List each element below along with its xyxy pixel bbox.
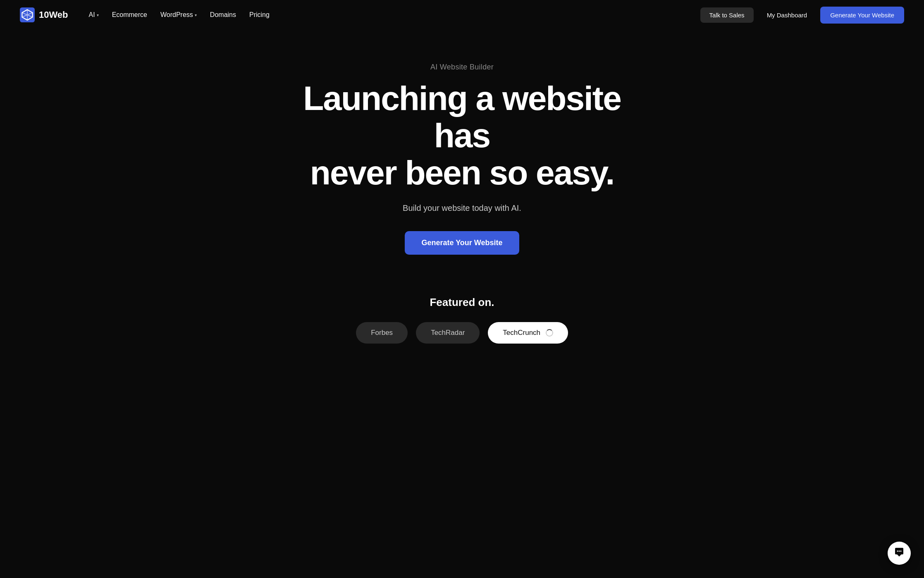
- hero-section: AI Website Builder Launching a website h…: [0, 30, 924, 279]
- logo-icon: [20, 7, 35, 22]
- featured-forbes[interactable]: Forbes: [356, 322, 408, 344]
- nav-item-pricing[interactable]: Pricing: [244, 8, 275, 22]
- chat-icon: [894, 547, 904, 559]
- svg-point-3: [900, 551, 902, 552]
- hero-title: Launching a website has never been so ea…: [276, 80, 648, 192]
- hero-title-line2: never been so easy.: [310, 154, 614, 191]
- nav-links: AI ▾ Ecommerce WordPress ▾ Domains Prici…: [83, 8, 275, 22]
- nav-item-ai[interactable]: AI ▾: [83, 8, 105, 22]
- nav-item-wordpress[interactable]: WordPress ▾: [155, 8, 203, 22]
- generate-website-button-hero[interactable]: Generate Your Website: [405, 231, 519, 255]
- featured-techradar[interactable]: TechRadar: [416, 322, 480, 344]
- hero-description: Build your website today with AI.: [403, 203, 521, 213]
- hero-subtitle: AI Website Builder: [430, 63, 494, 72]
- featured-techcrunch[interactable]: TechCrunch: [488, 322, 568, 344]
- logo[interactable]: 10Web: [20, 7, 68, 22]
- svg-point-1: [897, 551, 898, 552]
- generate-website-button-nav[interactable]: Generate Your Website: [820, 7, 904, 24]
- my-dashboard-button[interactable]: My Dashboard: [760, 7, 814, 23]
- nav-item-domains[interactable]: Domains: [204, 8, 242, 22]
- brand-name: 10Web: [39, 10, 68, 20]
- featured-logos: Forbes TechRadar TechCrunch: [356, 322, 568, 344]
- nav-item-ecommerce[interactable]: Ecommerce: [106, 8, 153, 22]
- chevron-down-icon-wp: ▾: [195, 13, 197, 17]
- nav-left: 10Web AI ▾ Ecommerce WordPress ▾ Domains…: [20, 7, 275, 22]
- navbar: 10Web AI ▾ Ecommerce WordPress ▾ Domains…: [0, 0, 924, 30]
- hero-title-line1: Launching a website has: [303, 79, 621, 154]
- chat-bubble-button[interactable]: [888, 542, 911, 565]
- featured-section: Featured on. Forbes TechRadar TechCrunch: [0, 279, 924, 368]
- svg-point-2: [899, 551, 900, 552]
- chevron-down-icon: ▾: [97, 13, 99, 17]
- featured-title: Featured on.: [430, 296, 494, 309]
- nav-right: Talk to Sales My Dashboard Generate Your…: [700, 7, 904, 24]
- loading-icon: [546, 329, 553, 337]
- talk-to-sales-button[interactable]: Talk to Sales: [700, 7, 754, 23]
